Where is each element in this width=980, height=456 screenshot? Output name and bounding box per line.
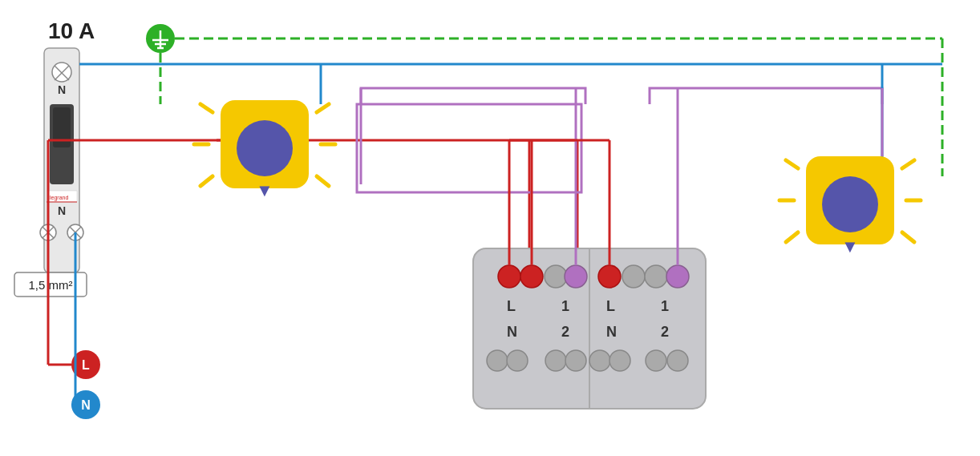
svg-text:▼: ▼ — [841, 236, 859, 256]
terminal-left-red-2 — [520, 265, 543, 288]
terminal-right-red-1 — [598, 265, 621, 288]
svg-text:▼: ▼ — [256, 180, 273, 200]
terminal-left-red-1 — [498, 265, 520, 288]
breaker-n-label-top: N — [58, 83, 66, 96]
switch-left-1: 1 — [561, 298, 569, 314]
svg-point-27 — [822, 176, 878, 232]
terminal-right-purple-1 — [666, 265, 689, 288]
terminal-right-bottom-1 — [589, 350, 610, 371]
terminal-right-bottom-4 — [667, 350, 688, 371]
legrand-label: legrand — [50, 195, 68, 201]
terminal-right-gray-2 — [645, 265, 667, 288]
switch-left-2: 2 — [561, 324, 569, 340]
switch-right-1: 1 — [661, 298, 669, 314]
terminal-left-bottom-2 — [507, 350, 528, 371]
terminal-right-bottom-3 — [646, 350, 666, 371]
breaker-n-label-bottom: N — [58, 204, 66, 217]
terminal-left-bottom-4 — [565, 350, 586, 371]
amperage-label: 10 A — [48, 18, 95, 43]
terminal-left-bottom-1 — [487, 350, 508, 371]
svg-point-18 — [237, 120, 293, 176]
terminal-left-gray-1 — [545, 265, 567, 288]
switch-right-2: 2 — [661, 324, 669, 340]
switch-left-N: N — [507, 324, 517, 340]
phase-circle-label: L — [82, 358, 90, 372]
terminal-right-gray-1 — [622, 265, 645, 288]
terminal-left-purple-1 — [565, 265, 587, 288]
terminal-right-bottom-2 — [609, 350, 630, 371]
switch-right-L: L — [606, 298, 615, 314]
terminal-left-bottom-3 — [545, 350, 566, 371]
wiring-diagram: N legrand N 10 A 1,5 mm² L N — [0, 0, 980, 456]
switch-right-N: N — [606, 324, 617, 340]
neutral-circle-label: N — [81, 398, 91, 412]
cable-size-label: 1,5 mm² — [28, 278, 72, 292]
switch-left-L: L — [507, 298, 516, 314]
